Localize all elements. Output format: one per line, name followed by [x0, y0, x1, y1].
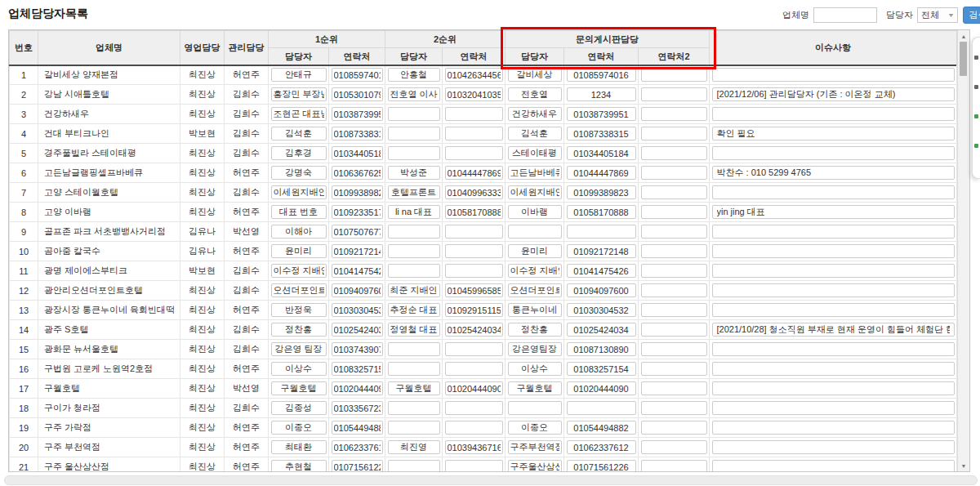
- input-rank2-phone[interactable]: [445, 362, 503, 376]
- input-rank2-phone[interactable]: [445, 303, 503, 317]
- input-inquiry-phone[interactable]: [567, 323, 636, 337]
- input-rank1-phone[interactable]: [332, 421, 383, 435]
- input-inquiry-phone[interactable]: [567, 146, 636, 160]
- input-rank2-name[interactable]: [388, 264, 440, 278]
- input-inquiry-name[interactable]: [508, 127, 562, 140]
- input-inquiry-name[interactable]: [508, 381, 562, 395]
- input-rank2-name[interactable]: [388, 205, 440, 219]
- input-rank2-name[interactable]: [388, 146, 440, 160]
- input-rank2-phone[interactable]: [445, 166, 503, 180]
- input-issue[interactable]: [712, 323, 955, 337]
- input-inquiry-phone2[interactable]: [641, 460, 707, 472]
- input-rank2-phone[interactable]: [445, 87, 503, 101]
- input-inquiry-name[interactable]: [508, 323, 562, 337]
- input-issue[interactable]: [712, 342, 955, 356]
- input-inquiry-name[interactable]: [508, 362, 562, 376]
- input-rank1-name[interactable]: [271, 185, 327, 199]
- scrollbar-thumb[interactable]: [960, 42, 967, 76]
- input-issue[interactable]: [712, 225, 955, 239]
- input-rank1-phone[interactable]: [332, 362, 383, 376]
- input-inquiry-name[interactable]: [508, 303, 562, 317]
- input-inquiry-phone2[interactable]: [641, 87, 707, 101]
- input-inquiry-name[interactable]: [508, 185, 562, 199]
- input-inquiry-name[interactable]: [508, 87, 562, 101]
- input-issue[interactable]: [712, 421, 955, 435]
- input-rank2-phone[interactable]: [445, 185, 503, 199]
- input-rank2-name[interactable]: [388, 166, 440, 180]
- input-inquiry-phone2[interactable]: [641, 225, 707, 239]
- input-inquiry-phone2[interactable]: [641, 146, 707, 160]
- input-inquiry-phone[interactable]: [567, 107, 636, 121]
- input-inquiry-phone[interactable]: [567, 421, 636, 435]
- input-rank1-phone[interactable]: [332, 107, 383, 121]
- input-rank1-name[interactable]: [271, 460, 327, 472]
- input-rank1-name[interactable]: [271, 205, 327, 219]
- input-rank1-name[interactable]: [271, 440, 327, 454]
- scroll-down-icon[interactable]: ▼: [958, 461, 969, 470]
- input-rank1-phone[interactable]: [332, 381, 383, 395]
- input-rank1-name[interactable]: [271, 283, 327, 297]
- input-inquiry-phone[interactable]: [567, 68, 636, 82]
- input-rank2-phone[interactable]: [445, 68, 503, 82]
- input-rank1-phone[interactable]: [332, 225, 383, 239]
- input-rank1-phone[interactable]: [332, 146, 383, 160]
- input-rank2-name[interactable]: [388, 87, 440, 101]
- input-issue[interactable]: [712, 401, 955, 415]
- input-rank2-name[interactable]: [388, 440, 440, 454]
- input-rank1-phone[interactable]: [332, 205, 383, 219]
- input-inquiry-phone[interactable]: [567, 127, 636, 140]
- input-inquiry-phone2[interactable]: [641, 283, 707, 297]
- input-inquiry-name[interactable]: [508, 107, 562, 121]
- input-rank2-phone[interactable]: [445, 342, 503, 356]
- input-inquiry-name[interactable]: [508, 460, 562, 472]
- input-inquiry-name[interactable]: [508, 205, 562, 219]
- input-rank2-name[interactable]: [388, 185, 440, 199]
- input-issue[interactable]: [712, 244, 955, 258]
- input-rank1-name[interactable]: [271, 244, 327, 258]
- input-rank2-phone[interactable]: [445, 381, 503, 395]
- input-inquiry-phone[interactable]: [567, 342, 636, 356]
- input-rank2-name[interactable]: [388, 323, 440, 337]
- input-rank2-name[interactable]: [388, 381, 440, 395]
- floating-panel-edge[interactable]: [972, 37, 980, 179]
- input-rank2-phone[interactable]: [445, 244, 503, 258]
- input-issue[interactable]: [712, 87, 955, 101]
- input-rank1-name[interactable]: [271, 68, 327, 82]
- input-inquiry-phone2[interactable]: [641, 440, 707, 454]
- input-rank2-name[interactable]: [388, 225, 440, 239]
- input-inquiry-phone[interactable]: [567, 381, 636, 395]
- input-rank2-name[interactable]: [388, 460, 440, 472]
- input-rank1-phone[interactable]: [332, 323, 383, 337]
- input-inquiry-name[interactable]: [508, 401, 562, 415]
- input-rank2-name[interactable]: [388, 401, 440, 415]
- input-rank1-phone[interactable]: [332, 440, 383, 454]
- input-issue[interactable]: [712, 205, 955, 219]
- input-rank2-phone[interactable]: [445, 146, 503, 160]
- input-issue[interactable]: [712, 381, 955, 395]
- input-inquiry-phone[interactable]: [567, 460, 636, 472]
- input-inquiry-name[interactable]: [508, 166, 562, 180]
- input-inquiry-phone[interactable]: [567, 244, 636, 258]
- input-rank1-name[interactable]: [271, 264, 327, 278]
- input-inquiry-phone[interactable]: [567, 362, 636, 376]
- input-rank2-phone[interactable]: [445, 421, 503, 435]
- input-issue[interactable]: [712, 440, 955, 454]
- input-inquiry-phone2[interactable]: [641, 107, 707, 121]
- input-issue[interactable]: [712, 264, 955, 278]
- input-inquiry-phone[interactable]: [567, 303, 636, 317]
- input-rank2-phone[interactable]: [445, 107, 503, 121]
- input-rank1-name[interactable]: [271, 303, 327, 317]
- input-inquiry-phone2[interactable]: [641, 166, 707, 180]
- input-rank2-name[interactable]: [388, 362, 440, 376]
- input-rank1-name[interactable]: [271, 146, 327, 160]
- input-rank1-phone[interactable]: [332, 185, 383, 199]
- input-rank1-name[interactable]: [271, 401, 327, 415]
- input-issue[interactable]: [712, 303, 955, 317]
- input-rank2-phone[interactable]: [445, 440, 503, 454]
- input-rank2-phone[interactable]: [445, 323, 503, 337]
- input-inquiry-phone2[interactable]: [641, 342, 707, 356]
- input-rank2-phone[interactable]: [445, 460, 503, 472]
- input-rank2-phone[interactable]: [445, 264, 503, 278]
- input-inquiry-phone2[interactable]: [641, 244, 707, 258]
- input-inquiry-phone[interactable]: [567, 264, 636, 278]
